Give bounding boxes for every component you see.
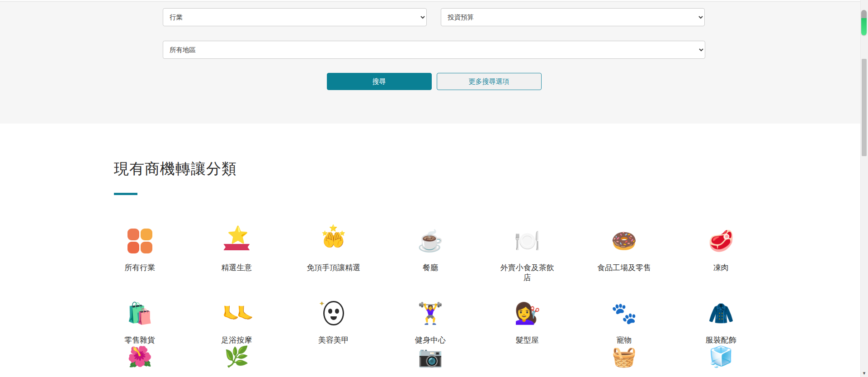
more-search-options-button[interactable]: 更多搜尋選項	[437, 73, 542, 90]
category-partial[interactable]: 📷	[382, 345, 479, 372]
fitness-icon: 🏋️‍♀️	[417, 301, 443, 325]
categories-title: 現有商機轉讓分類	[114, 159, 868, 179]
region-select[interactable]: 所有地區	[163, 41, 705, 59]
star-ribbon-icon: ⭐	[223, 227, 250, 253]
page: 行業 投資預算 所有地區 搜尋 更多搜尋選項 現有商機轉讓分類	[0, 0, 868, 377]
category-label: 餐廳	[401, 263, 460, 273]
category-partial	[285, 345, 382, 372]
category-beauty-nails[interactable]: ✦ 美容美甲	[285, 299, 382, 345]
category-partial[interactable]: 🌿	[188, 345, 285, 372]
category-no-premium-transfer[interactable]: ⭐ ⭐ ⭐ 🤲 免頂手頂讓精選	[285, 227, 382, 283]
partial-icon: 🌺	[127, 345, 152, 367]
partial-icon: 🧊	[708, 345, 733, 367]
category-label: 髮型屋	[497, 335, 557, 345]
category-row-partial: 🌺 🌿 📷 🧺 🧊	[91, 345, 769, 372]
category-label: 健身中心	[401, 335, 460, 345]
category-retail-grocery[interactable]: 🛍️ 零售雜貨	[91, 299, 188, 345]
category-pets[interactable]: 🐾 寵物	[576, 299, 672, 345]
hands-stars-icon: ⭐ ⭐ ⭐ 🤲	[319, 227, 348, 253]
category-takeaway-tea-shop[interactable]: 🍽️ 外賣小食及茶飲店	[479, 227, 576, 283]
category-partial[interactable]: 🌺	[91, 345, 188, 372]
scrollbar-thumb[interactable]	[862, 59, 867, 156]
feet-icon: 🦶🦶	[222, 301, 251, 325]
category-hair-salon[interactable]: 💇‍♀️ 髮型屋	[479, 299, 576, 345]
jacket-icon: 🧥	[708, 301, 734, 325]
plate-cutlery-icon: 🍽️	[514, 229, 540, 253]
category-label: 外賣小食及茶飲店	[497, 263, 557, 283]
category-partial	[479, 345, 576, 372]
category-label: 所有行業	[110, 263, 170, 273]
meat-icon: 🥩	[708, 229, 734, 253]
grid-icon	[127, 229, 152, 253]
title-underline	[114, 193, 137, 195]
search-form: 行業 投資預算 所有地區 搜尋 更多搜尋選項	[163, 2, 705, 90]
category-label: 服裝配飾	[691, 335, 751, 345]
partial-icon: 🌿	[224, 345, 249, 367]
coffee-cup-icon: ☕	[417, 229, 443, 253]
search-button[interactable]: 搜尋	[327, 73, 432, 90]
category-foot-massage[interactable]: 🦶🦶 足浴按摩	[188, 299, 285, 345]
category-fitness-center[interactable]: 🏋️‍♀️ 健身中心	[382, 299, 479, 345]
shopping-bag-icon: 🛍️	[127, 301, 152, 325]
category-restaurant[interactable]: ☕ 餐廳	[382, 227, 479, 283]
partial-icon: 📷	[418, 345, 443, 367]
paw-icon: 🐾	[611, 301, 637, 325]
scrollbar-down-arrow-icon[interactable]: ▾	[861, 370, 867, 376]
category-label: 免頂手頂讓精選	[304, 263, 363, 273]
category-all-industries[interactable]: 所有行業	[91, 227, 188, 283]
category-frozen-meat[interactable]: 🥩 凍肉	[673, 227, 769, 283]
face-mask-icon: ✦	[323, 301, 344, 325]
budget-select[interactable]: 投資預算	[441, 8, 705, 26]
category-food-factory-retail[interactable]: 🍩 食品工場及零售	[576, 227, 672, 283]
scroll-progress-indicator	[861, 10, 867, 35]
category-grid: 所有行業 ⭐ 精選生意 ⭐ ⭐ ⭐ 🤲	[91, 227, 769, 345]
category-label: 零售雜貨	[110, 335, 170, 345]
donut-icon: 🍩	[611, 229, 637, 253]
categories-section: 現有商機轉讓分類 所有行業 ⭐ 精選生意	[0, 159, 868, 372]
hair-salon-icon: 💇‍♀️	[514, 301, 540, 325]
partial-icon: 🧺	[612, 345, 637, 367]
category-label: 足浴按摩	[207, 335, 266, 345]
category-partial[interactable]: 🧺	[576, 345, 672, 372]
category-label: 凍肉	[691, 263, 751, 273]
category-label: 精選生意	[207, 263, 266, 273]
category-label: 美容美甲	[304, 335, 363, 345]
category-label: 食品工場及零售	[594, 263, 654, 273]
category-clothing-accessories[interactable]: 🧥 服裝配飾	[673, 299, 769, 345]
category-featured-business[interactable]: ⭐ 精選生意	[188, 227, 285, 283]
search-section: 行業 投資預算 所有地區 搜尋 更多搜尋選項	[0, 0, 868, 124]
scrollbar-track[interactable]: ▾	[860, 0, 868, 377]
industry-select[interactable]: 行業	[163, 8, 427, 26]
category-partial[interactable]: 🧊	[673, 345, 769, 372]
category-label: 寵物	[594, 335, 654, 345]
